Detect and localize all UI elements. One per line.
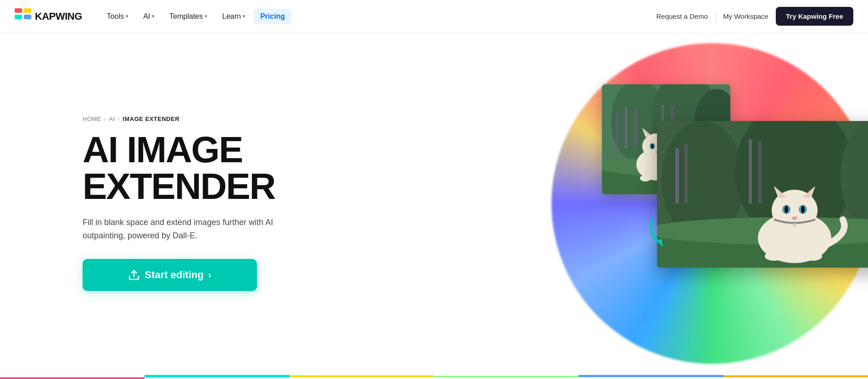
nav-pricing[interactable]: Pricing (254, 9, 291, 24)
navigation: KAPWING Tools ▾ AI ▾ Templates ▾ Learn ▾… (0, 0, 868, 33)
try-kapwing-free-button[interactable]: Try Kapwing Free (776, 7, 853, 26)
nav-pricing-label: Pricing (260, 12, 285, 21)
nav-links: Tools ▾ AI ▾ Templates ▾ Learn ▾ Pricing (100, 9, 657, 24)
nav-divider (715, 11, 716, 22)
svg-point-27 (640, 175, 651, 181)
image-large (657, 121, 868, 268)
bar-orange (723, 375, 868, 377)
bottom-color-bars (0, 374, 868, 379)
tools-chevron-icon: ▾ (126, 13, 128, 19)
breadcrumb-current: IMAGE EXTENDER (122, 115, 179, 122)
svg-rect-11 (634, 110, 637, 148)
templates-chevron-icon: ▾ (205, 13, 207, 19)
svg-point-52 (765, 252, 783, 261)
breadcrumb-sep-2: › (118, 116, 120, 122)
cat-scene-large-svg (657, 121, 868, 268)
nav-templates[interactable]: Templates ▾ (163, 9, 214, 24)
svg-point-50 (801, 206, 805, 213)
nav-ai[interactable]: AI ▾ (137, 9, 161, 24)
breadcrumb-home[interactable]: HOME (83, 115, 101, 122)
svg-point-53 (804, 252, 822, 261)
svg-rect-2 (15, 15, 22, 19)
breadcrumb: HOME › AI › IMAGE EXTENDER (83, 115, 303, 122)
start-editing-button[interactable]: Start editing › (83, 259, 257, 291)
kapwing-logo-icon (15, 8, 31, 25)
svg-rect-1 (24, 8, 31, 13)
bar-cyan (145, 375, 289, 378)
logo-link[interactable]: KAPWING (15, 8, 82, 25)
svg-rect-10 (625, 107, 627, 148)
nav-right: Request a Demo My Workspace Try Kapwing … (656, 7, 853, 26)
breadcrumb-sep-1: › (104, 116, 106, 122)
learn-chevron-icon: ▾ (243, 13, 245, 19)
hero-content: HOME › AI › IMAGE EXTENDER AI IMAGE EXTE… (83, 115, 303, 291)
cta-chevron-icon: › (208, 269, 211, 280)
bar-green (434, 376, 579, 377)
logo-text: KAPWING (35, 11, 82, 22)
hero-description: Fill in blank space and extend images fu… (83, 216, 303, 242)
svg-rect-36 (758, 142, 762, 203)
nav-tools[interactable]: Tools ▾ (100, 9, 135, 24)
my-workspace-link[interactable]: My Workspace (723, 12, 768, 20)
svg-rect-0 (15, 8, 22, 13)
page-title: AI IMAGE EXTENDER (83, 132, 303, 205)
bar-pink (0, 377, 145, 379)
ai-chevron-icon: ▾ (152, 13, 155, 19)
bar-yellow (289, 375, 434, 377)
svg-point-54 (793, 223, 796, 227)
bar-blue (579, 375, 723, 377)
nav-templates-label: Templates (169, 12, 203, 21)
svg-point-24 (651, 144, 654, 148)
svg-rect-9 (616, 112, 618, 148)
nav-learn[interactable]: Learn ▾ (216, 9, 252, 24)
upload-icon (128, 269, 140, 281)
svg-rect-34 (684, 144, 688, 203)
svg-rect-35 (749, 139, 752, 203)
nav-learn-label: Learn (222, 12, 241, 21)
breadcrumb-ai[interactable]: AI (109, 115, 115, 122)
title-line1: AI IMAGE (83, 129, 242, 170)
svg-point-49 (785, 206, 788, 213)
svg-rect-3 (24, 15, 31, 19)
svg-rect-33 (675, 148, 679, 203)
title-line2: EXTENDER (83, 166, 275, 207)
nav-tools-label: Tools (107, 12, 124, 21)
nav-ai-label: AI (143, 12, 150, 21)
hero-section: HOME › AI › IMAGE EXTENDER AI IMAGE EXTE… (0, 33, 868, 374)
curved-arrow-icon (645, 213, 682, 249)
hero-visual (529, 38, 868, 368)
request-demo-link[interactable]: Request a Demo (656, 12, 708, 20)
start-editing-label: Start editing (145, 269, 203, 281)
svg-point-51 (792, 216, 797, 220)
